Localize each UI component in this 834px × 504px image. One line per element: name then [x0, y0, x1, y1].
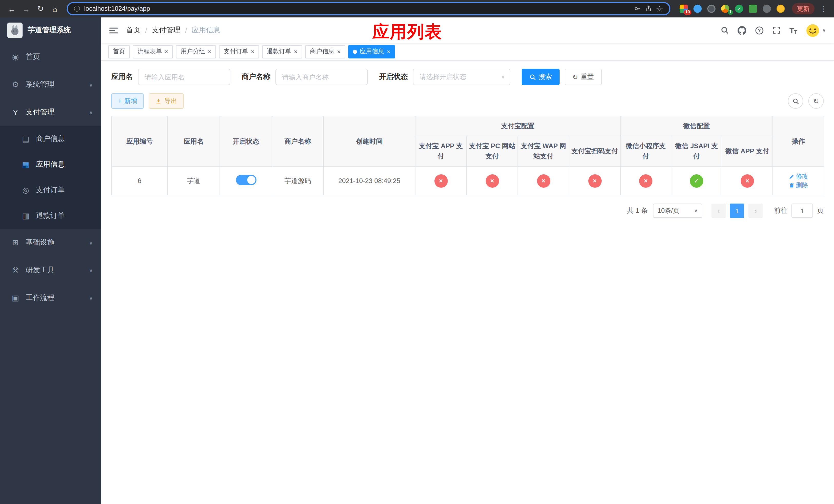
- app-name-input[interactable]: [138, 69, 230, 85]
- extension-icon-dark-circle[interactable]: [707, 5, 716, 13]
- rabbit-logo-icon: [7, 23, 23, 38]
- close-icon[interactable]: ×: [337, 48, 341, 54]
- goto-page-input[interactable]: [791, 204, 813, 218]
- refresh-icon: ↻: [572, 73, 578, 81]
- browser-reload-button[interactable]: ↻: [34, 2, 47, 15]
- browser-home-button[interactable]: ⌂: [48, 2, 62, 15]
- document-icon: ▥: [21, 211, 31, 221]
- wechat-app-status-icon: ×: [741, 174, 754, 187]
- export-button[interactable]: 导出: [149, 93, 184, 109]
- pagination: 共 1 条 10条/页 ∨ ‹ 1 › 前往 页: [111, 204, 824, 218]
- yen-icon: ¥: [10, 108, 21, 117]
- workflow-icon: ▣: [10, 293, 21, 302]
- app-logo-row[interactable]: 芋道管理系统: [0, 18, 101, 43]
- sidebar-item-system-management[interactable]: ⚙ 系统管理 ∨: [0, 71, 101, 98]
- browser-forward-button[interactable]: →: [20, 2, 33, 15]
- extension-icon-avatar[interactable]: 1: [721, 5, 729, 13]
- gear-icon: ⚙: [10, 80, 21, 89]
- browser-update-button[interactable]: 更新: [792, 3, 814, 14]
- tab-refund-orders[interactable]: 退款订单 ×: [262, 45, 302, 58]
- page-size-select[interactable]: 10条/页 ∨: [653, 204, 702, 218]
- enabled-toggle[interactable]: [236, 175, 256, 185]
- close-icon[interactable]: ×: [164, 48, 168, 54]
- fullscreen-icon[interactable]: [772, 26, 781, 35]
- sidebar-item-dev-tools[interactable]: ⚒ 研发工具 ∨: [0, 256, 101, 284]
- tab-merchant-info[interactable]: 商户信息 ×: [305, 45, 345, 58]
- url-text[interactable]: localhost:1024/pay/app: [84, 5, 630, 12]
- refresh-icon: ↻: [813, 97, 819, 105]
- col-wechat-mini: 微信小程序支付: [620, 136, 671, 166]
- col-app-id: 应用编号: [112, 116, 168, 166]
- breadcrumb-home[interactable]: 首页: [126, 26, 140, 35]
- refresh-table-button[interactable]: ↻: [808, 93, 824, 109]
- close-icon[interactable]: ×: [387, 48, 390, 54]
- monitor-icon: ⊞: [10, 238, 21, 247]
- tab-home[interactable]: 首页: [108, 45, 130, 58]
- extension-icon-grid[interactable]: 10: [680, 5, 688, 13]
- close-icon[interactable]: ×: [251, 48, 255, 54]
- app-name-label: 应用名: [111, 72, 133, 82]
- col-alipay-qr: 支付宝扫码支付: [569, 136, 620, 166]
- extension-icon-green-square[interactable]: [749, 5, 757, 13]
- breadcrumb-payment[interactable]: 支付管理: [152, 26, 180, 35]
- toggle-search-button[interactable]: [788, 93, 803, 109]
- add-button[interactable]: + 新增: [111, 93, 144, 109]
- extension-icon-emoji[interactable]: [776, 5, 785, 13]
- sidebar-item-workflow[interactable]: ▣ 工作流程 ∨: [0, 284, 101, 312]
- reset-button[interactable]: ↻ 重置: [565, 69, 602, 85]
- search-button[interactable]: 搜索: [522, 69, 559, 85]
- key-icon[interactable]: [634, 5, 641, 12]
- next-page-button[interactable]: ›: [748, 204, 763, 218]
- app-title: 芋道管理系统: [28, 26, 71, 35]
- tab-process-form[interactable]: 流程表单 ×: [133, 45, 173, 58]
- sidebar-item-label: 支付管理: [26, 108, 54, 117]
- sidebar-item-payment-orders[interactable]: ◎ 支付订单: [0, 177, 101, 203]
- col-wechat-app: 微信 APP 支付: [722, 136, 773, 166]
- col-status: 开启状态: [220, 116, 272, 166]
- close-icon[interactable]: ×: [294, 48, 298, 54]
- share-icon[interactable]: [645, 5, 652, 12]
- goto-label: 前往: [774, 206, 787, 215]
- breadcrumb-separator: /: [185, 26, 187, 35]
- page-content: 应用名 商户名称 开启状态 请选择开启状态 ∨: [101, 61, 834, 504]
- alipay-wap-status-icon: ×: [537, 174, 550, 187]
- help-icon[interactable]: ?: [755, 26, 764, 35]
- extension-icon-green-check[interactable]: ✓: [735, 5, 743, 13]
- sidebar-item-infrastructure[interactable]: ⊞ 基础设施 ∨: [0, 229, 101, 256]
- sidebar-item-home[interactable]: ◉ 首页: [0, 43, 101, 71]
- prev-page-button[interactable]: ‹: [711, 204, 726, 218]
- tab-payment-orders[interactable]: 支付订单 ×: [219, 45, 259, 58]
- col-alipay-app: 支付宝 APP 支付: [415, 136, 466, 166]
- hamburger-icon[interactable]: [109, 26, 118, 34]
- site-info-icon[interactable]: ⓘ: [74, 4, 80, 13]
- bookmark-star-icon[interactable]: ☆: [656, 4, 663, 14]
- status-label: 开启状态: [379, 72, 408, 82]
- extension-icon-blue[interactable]: [694, 5, 702, 13]
- status-select[interactable]: 请选择开启状态 ∨: [413, 69, 510, 85]
- sidebar-item-app-info[interactable]: ▦ 应用信息: [0, 152, 101, 177]
- github-icon[interactable]: [738, 26, 746, 35]
- address-bar[interactable]: ⓘ localhost:1024/pay/app ☆: [67, 2, 671, 15]
- tab-user-group[interactable]: 用户分组 ×: [176, 45, 216, 58]
- tools-icon: ⚒: [10, 266, 21, 275]
- merchant-name-input[interactable]: [276, 69, 368, 85]
- chevron-down-icon: ∨: [89, 267, 93, 273]
- sidebar: 芋道管理系统 ◉ 首页 ⚙ 系统管理 ∨ ¥ 支付管理 ∧ ▤ 商户信息: [0, 18, 101, 504]
- user-avatar[interactable]: ∨: [806, 23, 826, 37]
- sidebar-item-payment-management[interactable]: ¥ 支付管理 ∧: [0, 98, 101, 126]
- edit-button[interactable]: 修改: [789, 172, 808, 181]
- sidebar-item-label: 系统管理: [26, 80, 54, 89]
- chevron-down-icon: ∨: [89, 82, 93, 87]
- page-1-button[interactable]: 1: [730, 204, 744, 218]
- font-size-icon[interactable]: TT: [789, 26, 797, 35]
- tab-app-info[interactable]: 应用信息 ×: [348, 45, 395, 58]
- browser-back-button[interactable]: ←: [5, 2, 19, 15]
- extension-icon-pin[interactable]: [763, 5, 771, 13]
- top-navbar: 首页 / 支付管理 / 应用信息 ?: [101, 18, 834, 43]
- sidebar-item-refund-orders[interactable]: ▥ 退款订单: [0, 203, 101, 229]
- sidebar-item-merchant-info[interactable]: ▤ 商户信息: [0, 126, 101, 152]
- search-icon[interactable]: [721, 26, 729, 35]
- delete-button[interactable]: 删除: [789, 181, 808, 189]
- close-icon[interactable]: ×: [208, 48, 211, 54]
- browser-menu-icon[interactable]: ⋮: [818, 5, 829, 13]
